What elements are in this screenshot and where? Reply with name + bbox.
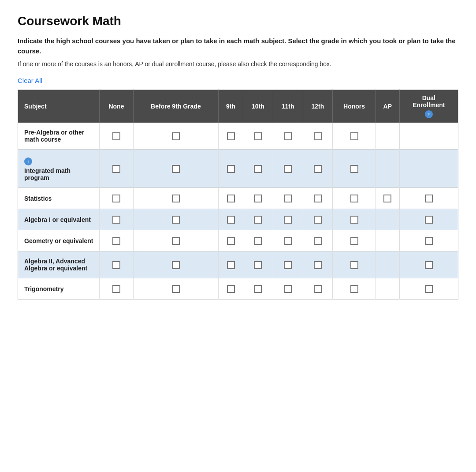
cell-statistics-9th bbox=[218, 188, 243, 209]
col-header-before9th: Before 9th Grade bbox=[133, 90, 218, 123]
checkbox-pre-algebra-9th[interactable] bbox=[227, 132, 235, 140]
cell-integrated-math-dual bbox=[399, 150, 458, 188]
checkbox-algebra-1-honors[interactable] bbox=[350, 216, 358, 224]
checkbox-geometry-dual[interactable] bbox=[425, 237, 433, 245]
checkbox-trigonometry-dual[interactable] bbox=[425, 285, 433, 293]
col-header-9th: 9th bbox=[218, 90, 243, 123]
checkbox-integrated-math-9th[interactable] bbox=[227, 165, 235, 173]
subject-cell-trigonometry: Trigonometry bbox=[18, 278, 100, 300]
subject-info-icon: ♀ bbox=[24, 157, 32, 165]
cell-integrated-math-ap bbox=[376, 150, 399, 188]
clear-all-link[interactable]: Clear All bbox=[18, 77, 42, 84]
cell-algebra-1-ap bbox=[376, 209, 399, 230]
checkbox-algebra-2-dual[interactable] bbox=[425, 261, 433, 269]
checkbox-integrated-math-10th[interactable] bbox=[254, 165, 262, 173]
checkbox-algebra-1-10th[interactable] bbox=[254, 216, 262, 224]
checkbox-algebra-1-dual[interactable] bbox=[425, 216, 433, 224]
checkbox-algebra-2-12th[interactable] bbox=[314, 261, 322, 269]
table-header-row: Subject None Before 9th Grade 9th 10th 1… bbox=[18, 90, 458, 123]
checkbox-statistics-none[interactable] bbox=[112, 195, 120, 202]
cell-geometry-none bbox=[100, 230, 134, 251]
checkbox-integrated-math-before9th[interactable] bbox=[172, 165, 180, 173]
checkbox-pre-algebra-11th[interactable] bbox=[284, 132, 292, 140]
cell-geometry-12th bbox=[303, 230, 333, 251]
checkbox-algebra-2-honors[interactable] bbox=[350, 261, 358, 269]
cell-pre-algebra-12th bbox=[303, 123, 333, 150]
checkbox-geometry-none[interactable] bbox=[112, 237, 120, 245]
subject-cell-statistics: Statistics bbox=[18, 188, 100, 209]
checkbox-statistics-honors[interactable] bbox=[350, 195, 358, 202]
checkbox-algebra-1-11th[interactable] bbox=[284, 216, 292, 224]
cell-integrated-math-12th bbox=[303, 150, 333, 188]
checkbox-integrated-math-12th[interactable] bbox=[314, 165, 322, 173]
checkbox-pre-algebra-10th[interactable] bbox=[254, 132, 262, 140]
checkbox-trigonometry-honors[interactable] bbox=[350, 285, 358, 293]
subject-label: Geometry or equivalent bbox=[24, 237, 93, 244]
cell-trigonometry-12th bbox=[303, 278, 333, 300]
checkbox-integrated-math-honors[interactable] bbox=[350, 165, 358, 173]
dual-enrollment-info-icon: ♀ bbox=[425, 110, 433, 118]
checkbox-trigonometry-none[interactable] bbox=[112, 285, 120, 293]
cell-algebra-1-12th bbox=[303, 209, 333, 230]
cell-statistics-12th bbox=[303, 188, 333, 209]
checkbox-algebra-1-before9th[interactable] bbox=[172, 216, 180, 224]
checkbox-statistics-10th[interactable] bbox=[254, 195, 262, 202]
checkbox-geometry-12th[interactable] bbox=[314, 237, 322, 245]
cell-geometry-9th bbox=[218, 230, 243, 251]
checkbox-algebra-2-9th[interactable] bbox=[227, 261, 235, 269]
checkbox-geometry-honors[interactable] bbox=[350, 237, 358, 245]
cell-algebra-1-none bbox=[100, 209, 134, 230]
cell-algebra-1-10th bbox=[243, 209, 273, 230]
checkbox-trigonometry-before9th[interactable] bbox=[172, 285, 180, 293]
checkbox-algebra-1-none[interactable] bbox=[112, 216, 120, 224]
cell-trigonometry-before9th bbox=[133, 278, 218, 300]
coursework-table: Subject None Before 9th Grade 9th 10th 1… bbox=[18, 90, 458, 300]
cell-statistics-ap bbox=[376, 188, 399, 209]
cell-algebra-2-ap bbox=[376, 251, 399, 278]
checkbox-algebra-2-11th[interactable] bbox=[284, 261, 292, 269]
cell-geometry-before9th bbox=[133, 230, 218, 251]
checkbox-pre-algebra-before9th[interactable] bbox=[172, 132, 180, 140]
checkbox-algebra-2-10th[interactable] bbox=[254, 261, 262, 269]
subject-cell-integrated-math: ♀Integrated math program bbox=[18, 150, 100, 188]
checkbox-geometry-before9th[interactable] bbox=[172, 237, 180, 245]
cell-integrated-math-honors bbox=[333, 150, 376, 188]
subject-label: Pre-Algebra or other math course bbox=[24, 129, 96, 143]
table-row: Pre-Algebra or other math course bbox=[18, 123, 458, 150]
cell-pre-algebra-none bbox=[100, 123, 134, 150]
checkbox-pre-algebra-none[interactable] bbox=[112, 132, 120, 140]
col-header-honors: Honors bbox=[333, 90, 376, 123]
cell-trigonometry-11th bbox=[273, 278, 303, 300]
table-row: ♀Integrated math program bbox=[18, 150, 458, 188]
checkbox-algebra-2-none[interactable] bbox=[112, 261, 120, 269]
checkbox-integrated-math-11th[interactable] bbox=[284, 165, 292, 173]
checkbox-trigonometry-9th[interactable] bbox=[227, 285, 235, 293]
checkbox-geometry-9th[interactable] bbox=[227, 237, 235, 245]
checkbox-geometry-11th[interactable] bbox=[284, 237, 292, 245]
subject-label: Algebra I or equivalent bbox=[24, 216, 91, 223]
checkbox-pre-algebra-12th[interactable] bbox=[314, 132, 322, 140]
checkbox-pre-algebra-honors[interactable] bbox=[350, 132, 358, 140]
checkbox-geometry-10th[interactable] bbox=[254, 237, 262, 245]
col-header-10th: 10th bbox=[243, 90, 273, 123]
checkbox-integrated-math-none[interactable] bbox=[112, 165, 120, 173]
checkbox-algebra-1-12th[interactable] bbox=[314, 216, 322, 224]
checkbox-trigonometry-10th[interactable] bbox=[254, 285, 262, 293]
checkbox-statistics-before9th[interactable] bbox=[172, 195, 180, 202]
checkbox-statistics-9th[interactable] bbox=[227, 195, 235, 202]
checkbox-statistics-ap[interactable] bbox=[383, 195, 391, 202]
checkbox-statistics-12th[interactable] bbox=[314, 195, 322, 202]
checkbox-trigonometry-12th[interactable] bbox=[314, 285, 322, 293]
checkbox-trigonometry-11th[interactable] bbox=[284, 285, 292, 293]
cell-integrated-math-before9th bbox=[133, 150, 218, 188]
cell-integrated-math-9th bbox=[218, 150, 243, 188]
subject-cell-algebra-2: Algebra II, Advanced Algebra or equivale… bbox=[18, 251, 100, 278]
col-header-dual: DualEnrollment ♀ bbox=[399, 90, 458, 123]
table-row: Algebra I or equivalent bbox=[18, 209, 458, 230]
checkbox-algebra-1-9th[interactable] bbox=[227, 216, 235, 224]
table-row: Statistics bbox=[18, 188, 458, 209]
checkbox-statistics-11th[interactable] bbox=[284, 195, 292, 202]
checkbox-algebra-2-before9th[interactable] bbox=[172, 261, 180, 269]
cell-algebra-2-before9th bbox=[133, 251, 218, 278]
checkbox-statistics-dual[interactable] bbox=[425, 195, 433, 202]
